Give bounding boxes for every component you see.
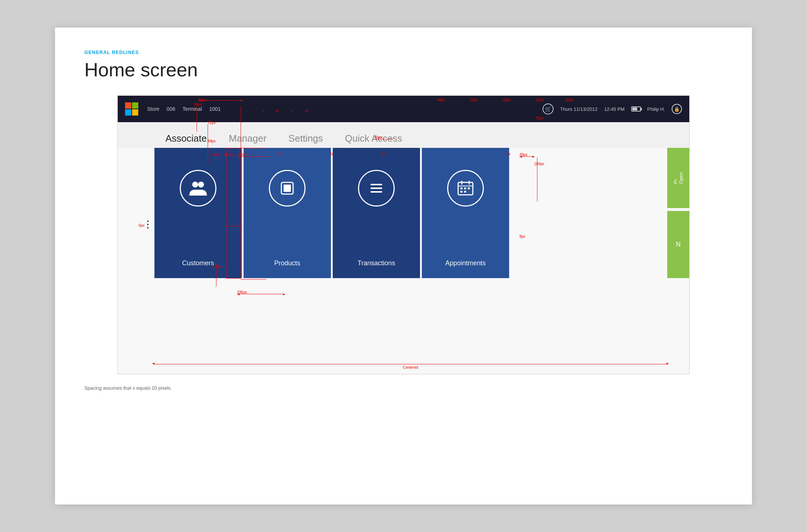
section-label: GENERAL REDLINES	[84, 50, 723, 55]
terminal-label: Terminal	[183, 106, 202, 112]
store-label: Store	[147, 106, 159, 112]
quick-item-n[interactable]: N	[667, 211, 689, 278]
tab-quick-access[interactable]: Quick Access	[334, 129, 413, 148]
svg-rect-13	[468, 187, 470, 189]
dim-6px-label: 6px	[139, 223, 145, 227]
x-mark-4: 5x	[305, 109, 308, 113]
svg-rect-5	[370, 187, 382, 189]
dim-84px-top-line	[198, 100, 242, 101]
dim-5x-1: 5x	[278, 152, 282, 156]
quick-sidebar: OpenPr N	[667, 148, 689, 278]
diagram: Store 006 Terminal 1001 🛒 Thurs 11/13/20…	[117, 95, 690, 374]
dim-44px-label: 44px	[437, 98, 445, 102]
dim-84px-arrow-left: ◄	[198, 99, 202, 102]
x-mark-1: x	[263, 109, 264, 113]
top-bar-right: 🛒 Thurs 11/13/2012 12:45 PM Philip H. 🔒	[543, 103, 682, 114]
battery-icon	[631, 106, 641, 112]
centered-arrow-left: ◄	[151, 361, 155, 365]
tile-end-hline	[241, 279, 266, 280]
dim-122px-hline	[237, 156, 270, 157]
bot-mid-hline	[226, 278, 241, 278]
dim-72px-label: 72px	[208, 121, 216, 125]
svg-rect-15	[464, 191, 466, 193]
time: 12:45 PM	[604, 106, 625, 112]
page-title: Home screen	[84, 59, 723, 81]
dim-32px-1-label: 32px	[536, 98, 544, 102]
tab-settings[interactable]: Settings	[277, 129, 334, 148]
user: Philip H.	[647, 106, 665, 112]
svg-rect-12	[464, 187, 466, 189]
dim-100px-label: 100px	[212, 265, 222, 269]
dim-25px-label: 25px	[470, 98, 478, 102]
list-icon	[367, 179, 386, 198]
dim-84px-tiles-vline	[208, 143, 208, 165]
centered-arrow-right: ►	[666, 361, 669, 365]
mid-bracket-vline	[226, 148, 226, 278]
tile-transactions-label: Transactions	[358, 256, 395, 267]
dim-40px-hline	[375, 139, 393, 139]
customers-icon-circle	[180, 170, 216, 207]
box-icon	[278, 179, 297, 198]
svg-rect-11	[460, 187, 463, 189]
tile-appointments[interactable]: Appointments	[422, 148, 509, 278]
people-icon	[189, 179, 208, 198]
dim-84px-left-label: 84px	[194, 102, 202, 106]
appointments-icon-circle	[447, 170, 484, 207]
dim-32px-3-label: 32px	[536, 116, 544, 120]
tile-customers[interactable]: Customers	[154, 148, 242, 278]
tab-associate[interactable]: Associate	[154, 129, 218, 148]
svg-rect-14	[460, 191, 463, 193]
products-icon-circle	[269, 170, 306, 207]
svg-rect-3	[284, 185, 291, 192]
svg-point-0	[192, 182, 198, 187]
svg-point-1	[198, 182, 204, 187]
tile-products-label: Products	[274, 256, 300, 267]
footnote: Spacing assumes that x equals 20 pixels.	[84, 385, 723, 391]
nav-tabs: Associate Manager Settings Quick Access	[118, 122, 689, 148]
dim-8px-label: 8px	[519, 234, 525, 238]
terminal-num: 1001	[209, 106, 220, 112]
x-mark-2: 5x	[275, 109, 279, 113]
dim-5x-2: 5x	[330, 152, 334, 156]
dim-40px-tr-label: 40px	[503, 98, 511, 102]
datetime: Thurs 11/13/2012	[560, 106, 598, 112]
tile-appointments-label: Appointments	[445, 256, 486, 267]
tile-products[interactable]: Products	[244, 148, 331, 278]
dim-164px-label: 164px	[534, 162, 544, 166]
tab-manager[interactable]: Manager	[218, 129, 278, 148]
left-bracket-line	[241, 106, 241, 278]
quick-item-open[interactable]: OpenPr	[667, 148, 689, 208]
dim-84px-left-vline	[197, 106, 197, 132]
centered-line: ◄ ► Centered	[154, 364, 667, 364]
page: GENERAL REDLINES Home screen Store 006 T…	[55, 28, 752, 504]
tile-start-hline	[241, 148, 266, 148]
dim-84px-arrow-right: ►	[240, 99, 244, 102]
dim-5x-4: 5x	[507, 152, 511, 156]
dim-32px-2-label: 32px	[565, 98, 573, 102]
svg-rect-4	[370, 184, 382, 185]
dots-indicator	[147, 221, 149, 230]
top-mid-hline	[226, 148, 241, 148]
dim-195px-hline	[237, 294, 285, 294]
store-info: Store 006 Terminal 1001	[144, 106, 224, 112]
dim-30px-arrow-r: ►	[532, 155, 535, 158]
cart-icon: 🛒	[543, 103, 554, 114]
tiles-area: Customers Products	[154, 148, 689, 278]
tile-transactions[interactable]: Transactions	[333, 148, 420, 278]
svg-rect-6	[370, 191, 382, 193]
dim-195px-arrow-left: ◄	[237, 292, 240, 296]
dim-84px-tiles-label: 84px	[208, 139, 216, 143]
tile-customers-label: Customers	[182, 256, 214, 267]
dim-164px-vline	[537, 157, 537, 201]
dim-30px-arrow-l: ◄	[519, 155, 523, 158]
x-mark-3: x	[291, 109, 293, 113]
store-num: 006	[167, 106, 175, 112]
dim-100px-vline	[216, 265, 216, 287]
dim-84px-3-label: 84px	[212, 153, 220, 157]
centered-container: ◄ ► Centered	[154, 364, 667, 364]
mid-mid-hline	[226, 226, 241, 226]
centered-label: Centered	[403, 365, 418, 369]
ms-logo	[125, 102, 138, 116]
dim-5x-3: 5x	[381, 152, 385, 156]
lock-icon: 🔒	[672, 104, 682, 114]
